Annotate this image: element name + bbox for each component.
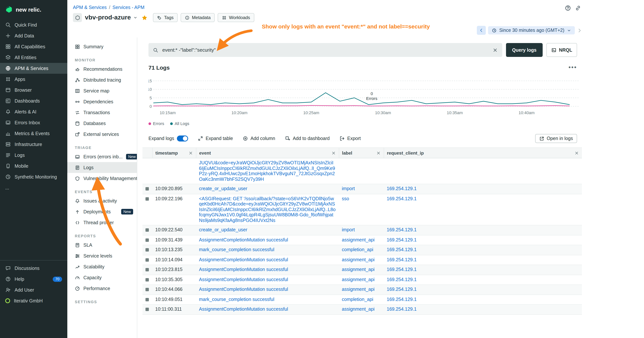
row-select-checkbox[interactable] [146, 238, 149, 242]
log-row[interactable]: 10:10:23.815 AssignmentCompletionMutatio… [142, 265, 582, 275]
row-select-checkbox[interactable] [146, 278, 149, 281]
label-link[interactable]: assignment_api [342, 257, 374, 262]
event-link[interactable]: mark_course_completion successful [199, 297, 274, 302]
ip-link[interactable]: 169.254.129.1 [387, 247, 416, 252]
nav-item-databases[interactable]: Databases [67, 118, 137, 129]
open-in-logs-button[interactable]: Open in logs [535, 134, 577, 143]
label-link[interactable]: sso [342, 196, 349, 201]
event-link[interactable]: AssignmentCompletionMutation successful [199, 257, 288, 262]
sidebar-item-all-capabilities[interactable]: All Capabilities [0, 41, 67, 52]
column-header-request-client-ip[interactable]: request_client_ip [384, 148, 582, 158]
nav-item-dependencies[interactable]: Dependencies [67, 96, 137, 107]
column-header-timestamp[interactable]: timestamp [152, 148, 196, 158]
breadcrumb-link-services-apm[interactable]: Services - APM [112, 5, 144, 10]
sidebar-item-metrics-events[interactable]: Metrics & Events [0, 128, 67, 139]
event-link[interactable]: AssignmentCompletionMutation successful [199, 267, 288, 272]
sidebar-item-browser[interactable]: Browser [0, 85, 67, 96]
event-link[interactable]: AssignmentCompletionMutation successful [199, 277, 288, 282]
ip-link[interactable]: 169.254.129.1 [387, 297, 416, 302]
nav-item-distributed-tracing[interactable]: Distributed tracing [67, 75, 137, 85]
row-select-checkbox[interactable] [146, 248, 149, 251]
nav-item-performance[interactable]: Performance [67, 283, 137, 294]
event-link[interactable]: JUQVU&code=eyJraWQiOiJjcGltY29yZV8wOTl1M… [199, 160, 335, 182]
nav-item-service-levels[interactable]: Service levels [67, 250, 137, 261]
nav-item-vulnerability-management[interactable]: Vulnerability Management [67, 173, 137, 184]
sidebar-item-mobile[interactable]: Mobile [0, 161, 67, 171]
label-link[interactable]: completion_api [342, 297, 373, 302]
tags-button[interactable]: Tags [153, 13, 178, 22]
ip-link[interactable]: 169.254.129.1 [387, 277, 416, 282]
event-link[interactable]: create_or_update_user [199, 227, 248, 232]
newrelic-logo[interactable]: new relic. [0, 0, 67, 20]
remove-column-icon[interactable] [376, 151, 380, 155]
event-link[interactable]: AssignmentCompletionMutation successful [199, 237, 288, 242]
row-select-checkbox[interactable] [146, 308, 149, 311]
row-select-checkbox[interactable] [146, 288, 149, 291]
row-select-checkbox[interactable] [146, 187, 149, 191]
log-row[interactable]: 10:09:22.540 create_or_update_user impor… [142, 225, 582, 235]
log-row[interactable]: JUQVU&code=eyJraWQiOiJjcGltY29yZV8wOTl1M… [142, 158, 582, 184]
time-forward-button[interactable] [577, 28, 582, 33]
ip-link[interactable]: 169.254.129.1 [387, 196, 416, 201]
event-link[interactable]: AssignmentCompletionMutation successful [199, 306, 288, 312]
nav-item-summary[interactable]: Summary [67, 41, 137, 52]
label-link[interactable]: import [342, 227, 355, 232]
help-circle-icon[interactable] [565, 5, 571, 11]
nav-item-recommendations[interactable]: Recommendations [67, 64, 137, 75]
expand-table-button[interactable]: Expand table [198, 136, 233, 141]
event-link[interactable]: create_or_update_user [199, 186, 248, 191]
log-row[interactable]: 10:09:31.439 AssignmentCompletionMutatio… [142, 235, 582, 245]
nav-item-issues-activity[interactable]: Issues & activity [67, 195, 137, 206]
more-options-icon[interactable]: ••• [568, 64, 577, 71]
breadcrumb-link-apm-services[interactable]: APM & Services [73, 5, 107, 10]
clear-query-icon[interactable] [493, 47, 498, 53]
column-header-label[interactable]: label [339, 148, 384, 158]
sidebar-item-discussions[interactable]: Discussions [0, 263, 67, 274]
label-link[interactable]: import [342, 186, 355, 191]
sidebar-item-errors-inbox[interactable]: Errors Inbox [0, 117, 67, 128]
ip-link[interactable]: 169.254.129.1 [387, 186, 416, 191]
nav-item-deployments[interactable]: Deployments New [67, 206, 137, 217]
log-row[interactable]: 10:10:14.094 AssignmentCompletionMutatio… [142, 255, 582, 265]
nav-item-errors-inbox[interactable]: Errors (errors inb... New [67, 151, 137, 162]
nav-item-service-map[interactable]: Service map [67, 85, 137, 96]
nav-item-logs[interactable]: Logs [67, 162, 137, 173]
add-column-button[interactable]: Add column [243, 136, 275, 141]
favorite-star-icon[interactable] [141, 15, 148, 21]
event-link[interactable]: <ASGIRequest: GET '/sso/callback/?state=… [199, 196, 336, 223]
query-logs-button[interactable]: Query logs [506, 43, 543, 57]
add-to-dashboard-button[interactable]: Add to dashboard [285, 136, 330, 141]
log-row[interactable]: 10:10:35.305 AssignmentCompletionMutatio… [142, 275, 582, 285]
event-link[interactable]: AssignmentCompletionMutation successful [199, 287, 288, 292]
ip-link[interactable]: 169.254.129.1 [387, 257, 416, 262]
sidebar-item-add-data[interactable]: Add Data [0, 30, 67, 41]
logs-query-input[interactable] [162, 47, 489, 53]
remove-column-icon[interactable] [331, 151, 336, 155]
sidebar-item-help[interactable]: Help 70 [0, 274, 67, 284]
sidebar-item-infrastructure[interactable]: Infrastructure [0, 139, 67, 150]
ip-link[interactable]: 169.254.129.1 [387, 287, 416, 292]
log-row[interactable]: 10:10:13.235 mark_course_completion succ… [142, 245, 582, 255]
sidebar-item-account[interactable]: Iterativ GmbH [0, 295, 67, 306]
sidebar-item-logs[interactable]: Logs [0, 150, 67, 161]
sidebar-item-add-user[interactable]: Add User [0, 284, 67, 295]
legend-item-errors[interactable]: Errors [148, 121, 164, 126]
nav-item-transactions[interactable]: Transactions [67, 107, 137, 118]
label-link[interactable]: assignment_api [342, 287, 374, 292]
label-link[interactable]: assignment_api [342, 237, 374, 242]
label-link[interactable]: assignment_api [342, 277, 374, 282]
label-link[interactable]: assignment_api [342, 267, 374, 272]
nrql-button[interactable]: NRQL [546, 43, 577, 57]
nav-item-external-services[interactable]: External services [67, 129, 137, 140]
expand-logs-toggle[interactable] [177, 136, 188, 142]
row-select-checkbox[interactable] [146, 258, 149, 261]
ip-link[interactable]: 169.254.129.1 [387, 306, 416, 312]
remove-column-icon[interactable] [188, 151, 193, 155]
nav-item-sla[interactable]: SLA [67, 240, 137, 250]
log-row[interactable]: 10:11:00.311 AssignmentCompletionMutatio… [142, 304, 582, 314]
row-select-checkbox[interactable] [146, 298, 149, 301]
log-row[interactable]: 10:09:20.895 create_or_update_user impor… [142, 184, 582, 194]
row-select-checkbox[interactable] [146, 228, 149, 232]
log-row[interactable]: 10:09:22.196 <ASGIRequest: GET '/sso/cal… [142, 194, 582, 225]
ip-link[interactable]: 169.254.129.1 [387, 267, 416, 272]
